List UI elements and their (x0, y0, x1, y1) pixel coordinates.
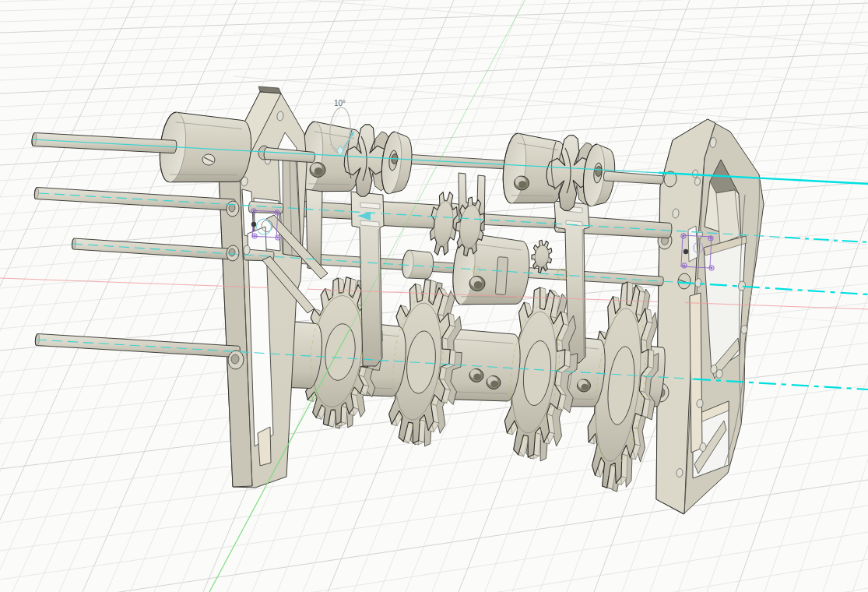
svg-text:10°: 10° (334, 99, 346, 107)
